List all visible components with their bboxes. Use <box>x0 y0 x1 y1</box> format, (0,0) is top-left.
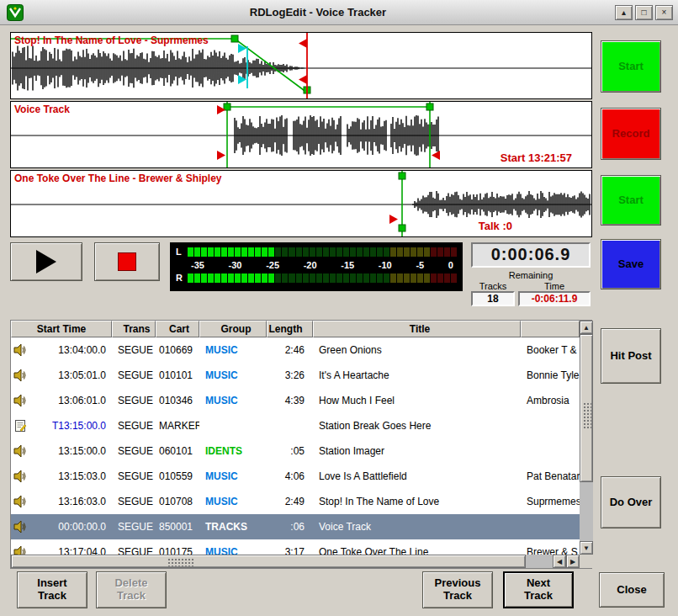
meter-scale: -35-30-25-20-15-10-50 <box>188 258 457 272</box>
cell-artist: Ambrosia <box>521 395 580 406</box>
cell-cart: 010175 <box>156 546 199 555</box>
cell-length: :05 <box>267 445 313 457</box>
table-row[interactable]: 13:17:04.0SEGUE010175MUSIC3:17One Toke O… <box>11 539 580 555</box>
meter-segment <box>424 273 430 283</box>
meter-segment <box>241 273 247 283</box>
table-row[interactable]: 13:16:03.0SEGUE010708MUSIC2:49Stop! In T… <box>11 489 580 514</box>
track-title: One Toke Over The Line - Brewer & Shiple… <box>14 173 222 184</box>
meter-segment <box>431 273 437 283</box>
start-incoming-button[interactable]: Start <box>601 175 661 226</box>
meter-segment <box>228 273 234 283</box>
meter-segment <box>289 273 294 283</box>
meter-segment <box>303 273 309 283</box>
meter-scale-label: -15 <box>341 260 354 270</box>
next-track-button[interactable]: Next Track <box>503 571 574 608</box>
do-over-button[interactable]: Do Over <box>601 476 661 528</box>
delete-track-button[interactable]: Delete Track <box>96 571 167 608</box>
cell-group: MUSIC <box>199 369 267 381</box>
save-button[interactable]: Save <box>601 239 661 289</box>
titlebar[interactable]: RDLogEdit - Voice Tracker ▴ □ × <box>0 0 678 25</box>
scroll-right-icon[interactable]: ▶ <box>566 555 580 568</box>
meter-segment <box>208 247 214 257</box>
meter-segment <box>451 247 457 257</box>
cell-start-time: 13:15:03.0 <box>11 470 112 483</box>
table-row[interactable]: 00:00:00.0SEGUE850001TRACKS:06Voice Trac… <box>11 514 580 539</box>
close-button[interactable]: Close <box>599 572 665 608</box>
meter-scale-label: -25 <box>266 260 279 270</box>
maximize-icon[interactable]: □ <box>635 5 653 20</box>
meter-segment <box>390 247 396 257</box>
shade-icon[interactable]: ▴ <box>615 5 633 20</box>
table-row[interactable]: 13:05:01.0SEGUE010101MUSIC3:26It's A Hea… <box>11 363 580 388</box>
stop-icon <box>118 252 136 271</box>
table-row[interactable]: 13:15:03.0SEGUE010559MUSIC4:06Love Is A … <box>11 464 580 489</box>
waveform-track-outgoing[interactable]: Stop! In The Name of Love - Suprmemes <box>10 32 592 99</box>
hit-post-button[interactable]: Hit Post <box>601 328 661 384</box>
cell-cart: 010708 <box>156 496 199 507</box>
waveform-track-incoming[interactable]: One Toke Over The Line - Brewer & Shiple… <box>10 170 592 237</box>
cell-trans: SEGUE <box>112 470 156 482</box>
horizontal-scrollbar-thumb[interactable] <box>11 555 526 568</box>
table-row[interactable]: 13:04:00.0SEGUE010669MUSIC2:46Green Onio… <box>11 337 580 363</box>
scroll-left-icon[interactable]: ◀ <box>553 555 566 568</box>
horizontal-scrollbar-groove[interactable] <box>526 555 553 568</box>
clock-block: 0:00:06.9 Remaining Tracks Time 18 -0:06… <box>471 242 591 306</box>
speaker-icon <box>13 545 27 555</box>
column-header-length[interactable]: Length <box>267 321 313 337</box>
right-button-column: Start Record Start Save Hit Post Do Over <box>592 32 665 569</box>
column-header-trans[interactable]: Trans <box>112 321 156 337</box>
vertical-scrollbar-thumb[interactable] <box>580 334 593 482</box>
cell-title: Station Imager <box>313 445 521 457</box>
meter-segment <box>215 273 220 283</box>
transport-bar: L -35-30-25-20-15-10-50 R 0:00:06.9 Rema… <box>10 242 592 306</box>
meter-segment <box>323 247 329 257</box>
table-row[interactable]: T13:15:00.0SEGUEMARKERStation Break Goes… <box>11 413 580 438</box>
meter-segment <box>282 247 288 257</box>
table-header-row: Start TimeTransCartGroupLengthTitle <box>11 321 580 337</box>
meter-segment <box>262 247 267 257</box>
table-row[interactable]: 13:06:01.0SEGUE010346MUSIC4:39How Much I… <box>11 388 580 413</box>
cell-trans: SEGUE <box>112 546 156 555</box>
meter-segment <box>336 247 342 257</box>
column-header-cart[interactable]: Cart <box>156 321 199 337</box>
meter-left-row <box>188 247 457 258</box>
meter-segment <box>390 273 396 283</box>
speaker-icon <box>13 394 27 407</box>
meter-segment <box>310 273 315 283</box>
cell-length: 4:39 <box>267 395 313 406</box>
record-button[interactable]: Record <box>601 108 661 160</box>
meter-segment <box>363 247 369 257</box>
meter-segment <box>201 273 207 283</box>
cell-artist: Booker T & <box>521 344 580 356</box>
column-header-artist[interactable] <box>521 321 580 337</box>
cell-artist: Pat Benatar <box>521 470 580 482</box>
meter-segment <box>208 273 214 283</box>
meter-segment <box>194 273 200 283</box>
stop-button[interactable] <box>94 242 160 281</box>
column-header-start-time[interactable]: Start Time <box>11 321 112 337</box>
scroll-down-icon[interactable]: ▼ <box>580 541 593 555</box>
horizontal-scrollbar[interactable]: ◀ ▶ <box>11 555 580 568</box>
meter-segment <box>296 247 302 257</box>
start-outgoing-button[interactable]: Start <box>601 40 661 93</box>
vertical-scrollbar[interactable]: ▲ ▼ <box>580 321 593 555</box>
meter-segment <box>330 273 336 283</box>
meter-segment <box>404 247 410 257</box>
cell-cart: MARKER <box>156 420 199 432</box>
close-icon[interactable]: × <box>655 5 673 20</box>
meter-segment <box>215 247 220 257</box>
scroll-up-icon[interactable]: ▲ <box>580 321 593 334</box>
cell-title: How Much I Feel <box>313 395 521 406</box>
waveform-track-voice[interactable]: Voice Track Start 13:21:57 <box>10 101 592 168</box>
previous-track-button[interactable]: Previous Track <box>422 571 493 608</box>
meter-segment <box>310 247 315 257</box>
cell-trans: SEGUE <box>112 521 156 533</box>
cell-trans: SEGUE <box>112 445 156 457</box>
column-header-title[interactable]: Title <box>313 321 521 337</box>
play-button[interactable] <box>10 242 82 281</box>
insert-track-button[interactable]: Insert Track <box>17 571 87 608</box>
table-row[interactable]: 13:15:00.0SEGUE060101IDENTS:05Station Im… <box>11 438 580 464</box>
speaker-icon <box>13 520 27 534</box>
column-header-group[interactable]: Group <box>199 321 267 337</box>
cell-trans: SEGUE <box>112 395 156 406</box>
